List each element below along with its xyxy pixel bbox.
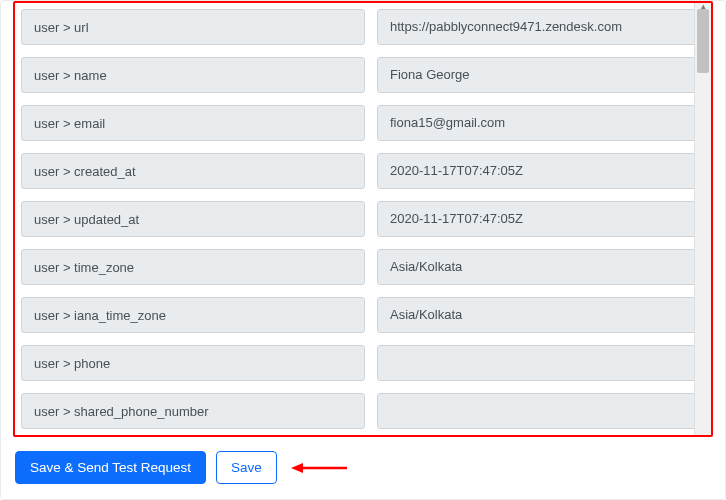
field-key: user > time_zone	[21, 249, 365, 285]
save-send-test-request-button[interactable]: Save & Send Test Request	[15, 451, 206, 484]
field-key: user > iana_time_zone	[21, 297, 365, 333]
field-key: user > shared_phone_number	[21, 393, 365, 429]
panel: user > url user > name user > email user…	[0, 0, 726, 500]
response-fields-box: user > url user > name user > email user…	[13, 1, 713, 437]
field-row: user > created_at	[15, 147, 711, 195]
field-key: user > created_at	[21, 153, 365, 189]
field-value[interactable]	[377, 249, 705, 285]
field-row: user > iana_time_zone	[15, 291, 711, 339]
field-row: user > shared_phone_number	[15, 387, 711, 435]
save-button[interactable]: Save	[216, 451, 277, 484]
field-key: user > url	[21, 9, 365, 45]
field-rows: user > url user > name user > email user…	[15, 3, 711, 435]
field-value[interactable]	[377, 105, 705, 141]
svg-marker-1	[291, 463, 303, 473]
field-row: user > url	[15, 3, 711, 51]
field-row: user > time_zone	[15, 243, 711, 291]
scrollbar[interactable]: ▴	[694, 3, 711, 435]
field-key: user > name	[21, 57, 365, 93]
field-key: user > phone	[21, 345, 365, 381]
field-value[interactable]	[377, 57, 705, 93]
field-value[interactable]	[377, 201, 705, 237]
field-value[interactable]	[377, 9, 705, 45]
field-value[interactable]	[377, 153, 705, 189]
field-key: user > email	[21, 105, 365, 141]
field-row: user > email	[15, 99, 711, 147]
field-value[interactable]	[377, 345, 705, 381]
field-row: user > phone	[15, 339, 711, 387]
field-key: user > updated_at	[21, 201, 365, 237]
scroll-thumb[interactable]	[697, 9, 709, 73]
arrow-annotation-icon	[291, 460, 347, 476]
button-row: Save & Send Test Request Save	[13, 451, 713, 484]
field-value[interactable]	[377, 393, 705, 429]
field-row: user > updated_at	[15, 195, 711, 243]
field-value[interactable]	[377, 297, 705, 333]
field-row: user > name	[15, 51, 711, 99]
